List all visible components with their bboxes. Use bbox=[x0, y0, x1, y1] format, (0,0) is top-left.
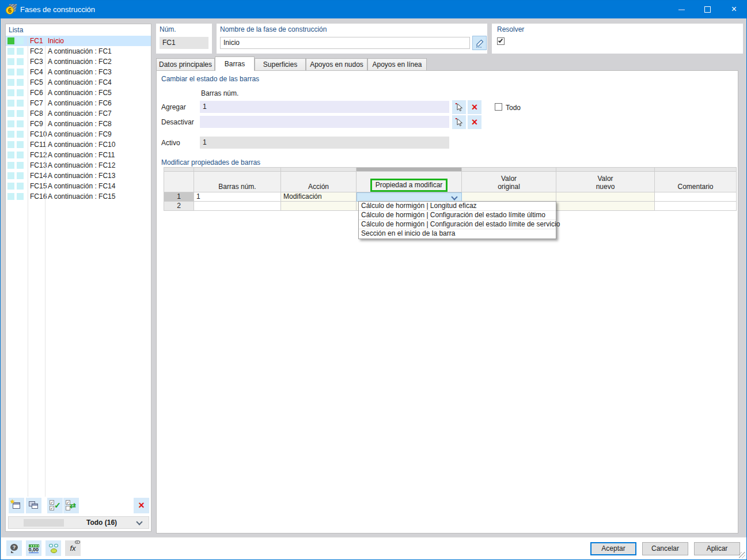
units-settings-button[interactable]: 0,00 bbox=[26, 540, 41, 556]
column-header-valor-nuevo[interactable]: Valornuevo bbox=[556, 172, 655, 192]
list-column-divider bbox=[28, 36, 28, 497]
table-strip-cell bbox=[655, 167, 737, 172]
status-square-icon bbox=[7, 110, 14, 117]
cell-barras[interactable]: 1 bbox=[194, 192, 281, 202]
tab-apoyos-en-linea[interactable]: Apoyos en línea bbox=[367, 58, 427, 71]
status-square-icon bbox=[7, 69, 14, 75]
accept-button[interactable]: Aceptar bbox=[590, 542, 636, 555]
column-header-comentario[interactable]: Comentario bbox=[655, 172, 737, 192]
phase-desc: A continuación : FC9 bbox=[48, 130, 112, 138]
row-number-cell[interactable]: 1 bbox=[164, 192, 194, 202]
copy-phase-button[interactable] bbox=[26, 498, 41, 513]
column-header-propiedad[interactable]: Propiedad a modificar bbox=[357, 172, 462, 192]
status-square-icon bbox=[7, 89, 14, 96]
row-number-cell[interactable]: 2 bbox=[164, 202, 194, 211]
num-field: FC1 bbox=[160, 37, 208, 49]
cell-valor-original[interactable] bbox=[462, 192, 556, 202]
dropdown-option[interactable]: Cálculo de hormigón | Longitud eficaz bbox=[359, 202, 556, 211]
status-square-icon bbox=[17, 131, 24, 138]
chevron-down-icon bbox=[136, 519, 142, 525]
delete-all-button[interactable]: × bbox=[134, 498, 149, 513]
table-strip-cell bbox=[164, 167, 194, 172]
phase-id: FC6 bbox=[30, 89, 43, 97]
column-header-rownum bbox=[164, 172, 194, 192]
formula-button[interactable]: fx bbox=[65, 540, 81, 556]
dropdown-option[interactable]: Cálculo de hormigón | Configuración del … bbox=[359, 220, 556, 229]
tab-datos-principales[interactable]: Datos principales bbox=[156, 58, 215, 71]
app-logo-icon: 6 bbox=[6, 4, 17, 15]
table-strip-cell-current bbox=[357, 167, 462, 172]
cell-comentario[interactable] bbox=[655, 192, 737, 202]
agregar-input[interactable]: 1 bbox=[200, 101, 449, 113]
help-button[interactable]: ? bbox=[6, 540, 22, 556]
delete-x-icon: × bbox=[472, 102, 478, 112]
apply-button[interactable]: Aplicar bbox=[694, 542, 740, 555]
activo-field: 1 bbox=[200, 137, 449, 149]
close-button[interactable]: × bbox=[721, 1, 747, 18]
phase-id: FC9 bbox=[30, 120, 43, 128]
num-panel: Núm. FC1 bbox=[156, 24, 212, 54]
status-square-icon bbox=[17, 58, 24, 65]
cell-barras[interactable] bbox=[194, 202, 281, 211]
rename-button[interactable] bbox=[472, 36, 487, 50]
phase-desc: A continuación : FC2 bbox=[48, 58, 112, 66]
desactivar-input[interactable] bbox=[200, 116, 449, 128]
maximize-button[interactable] bbox=[695, 1, 721, 18]
column-header-barras[interactable]: Barras núm. bbox=[194, 172, 281, 192]
agregar-clear-button[interactable]: × bbox=[468, 100, 481, 114]
tab-barras[interactable]: Barras bbox=[215, 56, 255, 71]
cell-accion[interactable]: Modificación bbox=[281, 192, 357, 202]
tab-apoyos-en-nudos[interactable]: Apoyos en nudos bbox=[306, 58, 367, 71]
desactivar-label: Desactivar bbox=[161, 118, 194, 126]
phase-desc: A continuación : FC4 bbox=[48, 78, 112, 86]
maximize-icon bbox=[704, 6, 711, 13]
todo-checkbox[interactable] bbox=[495, 103, 502, 111]
resize-grip[interactable] bbox=[739, 552, 745, 558]
desactivar-clear-button[interactable]: × bbox=[468, 115, 481, 129]
barras-num-column-label: Barras núm. bbox=[201, 89, 238, 97]
phase-desc: A continuación : FC14 bbox=[48, 182, 115, 190]
status-square-icon bbox=[7, 48, 14, 55]
desactivar-pick-button[interactable] bbox=[452, 115, 466, 129]
status-square-icon bbox=[17, 79, 24, 86]
group-title-bar-state: Cambiar el estado de las barras bbox=[161, 75, 259, 83]
column-header-accion[interactable]: Acción bbox=[281, 172, 357, 192]
cell-valor-nuevo[interactable] bbox=[556, 202, 655, 211]
tab-label: Barras bbox=[225, 60, 245, 68]
resolver-checkbox[interactable] bbox=[497, 37, 505, 45]
cursor-pick-icon bbox=[454, 103, 464, 112]
highlight-green-box: Propiedad a modificar bbox=[370, 179, 448, 192]
dropdown-option[interactable]: Cálculo de hormigón | Configuración del … bbox=[359, 211, 556, 220]
tab-label: Superficies bbox=[263, 60, 297, 69]
agregar-pick-button[interactable] bbox=[452, 100, 466, 114]
minimize-button[interactable] bbox=[668, 1, 695, 18]
cell-valor-nuevo[interactable] bbox=[556, 192, 655, 202]
new-phase-button[interactable]: ★ bbox=[9, 498, 24, 513]
new-window-icon: ★ bbox=[12, 501, 21, 509]
column-header-valor-original[interactable]: Valororiginal bbox=[462, 172, 556, 192]
status-square-icon bbox=[7, 120, 14, 127]
hierarchy-button[interactable] bbox=[45, 540, 61, 556]
pencil-icon bbox=[475, 39, 484, 48]
status-square-icon bbox=[17, 110, 24, 117]
phase-desc: A continuación : FC3 bbox=[48, 68, 112, 76]
cancel-button[interactable]: Cancelar bbox=[642, 542, 688, 555]
num-label: Núm. bbox=[160, 25, 176, 33]
phase-id: FC7 bbox=[30, 99, 43, 107]
dropdown-option[interactable]: Sección en el inicio de la barra bbox=[359, 229, 556, 239]
status-square-icon bbox=[17, 141, 24, 148]
phase-name-input[interactable]: Inicio bbox=[220, 37, 470, 49]
titlebar[interactable]: 6 Fases de construcción × bbox=[1, 1, 746, 18]
invert-selection-button[interactable]: ✓ ⇄ bbox=[63, 498, 79, 513]
cell-accion[interactable] bbox=[281, 202, 357, 211]
cell-propiedad-combobox-open[interactable] bbox=[357, 192, 462, 202]
status-square-icon bbox=[7, 152, 14, 158]
list-filter-combobox[interactable]: Todo (16) bbox=[8, 516, 149, 529]
phase-id: FC1 bbox=[30, 37, 43, 45]
units-ruler-icon: 0,00 bbox=[29, 544, 39, 553]
select-all-phases-button[interactable]: ✓ ✓ ✓ bbox=[47, 498, 63, 513]
cell-comentario[interactable] bbox=[655, 202, 737, 211]
tab-superficies[interactable]: Superficies bbox=[255, 58, 306, 71]
status-square-icon bbox=[7, 193, 14, 200]
status-square-icon bbox=[7, 79, 14, 86]
